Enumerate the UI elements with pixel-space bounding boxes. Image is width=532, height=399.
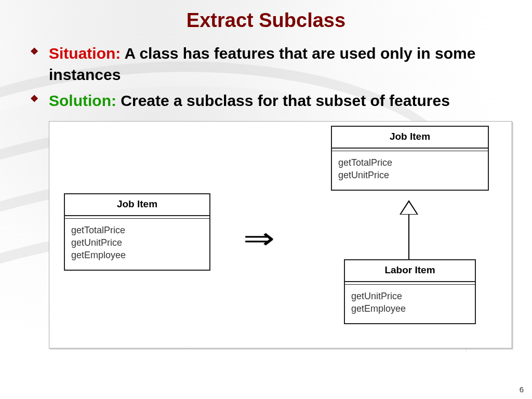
uml-class-name: Labor Item [345,260,475,282]
uml-class-name: Job Item [65,194,209,216]
bullet-situation: Situation: A class has features that are… [26,43,506,85]
bullet-solution: Solution: Create a subclass for that sub… [26,90,506,112]
uml-class-name: Job Item [332,127,488,149]
uml-diagram-panel: Job Item getTotalPrice getUnitPrice getE… [49,121,512,349]
uml-class-methods: getUnitPrice getEmployee [345,285,475,324]
bullet-list: Situation: A class has features that are… [21,43,511,112]
uml-class-after-parent: Job Item getTotalPrice getUnitPrice [331,126,489,191]
uml-class-before: Job Item getTotalPrice getUnitPrice getE… [64,193,210,271]
uml-method: getTotalPrice [71,224,203,236]
transform-arrow-icon: ⇒ [243,221,275,255]
uml-method: getEmployee [351,302,469,315]
uml-method: getUnitPrice [71,236,203,249]
uml-class-methods: getTotalPrice getUnitPrice [332,151,488,190]
uml-method: getUnitPrice [351,290,469,302]
solution-label: Solution: [49,92,116,109]
slide-title: Extract Subclass [21,9,511,32]
page-number: 6 [520,385,524,394]
situation-label: Situation: [49,45,121,62]
uml-class-after-child: Labor Item getUnitPrice getEmployee [344,259,476,325]
slide: Extract Subclass Situation: A class has … [0,0,532,399]
uml-method: getEmployee [71,249,203,261]
inheritance-connector-icon [408,200,409,259]
uml-class-methods: getTotalPrice getUnitPrice getEmployee [65,219,209,270]
solution-text: Create a subclass for that subset of fea… [116,92,450,109]
uml-method: getTotalPrice [338,156,482,169]
uml-method: getUnitPrice [338,169,482,181]
